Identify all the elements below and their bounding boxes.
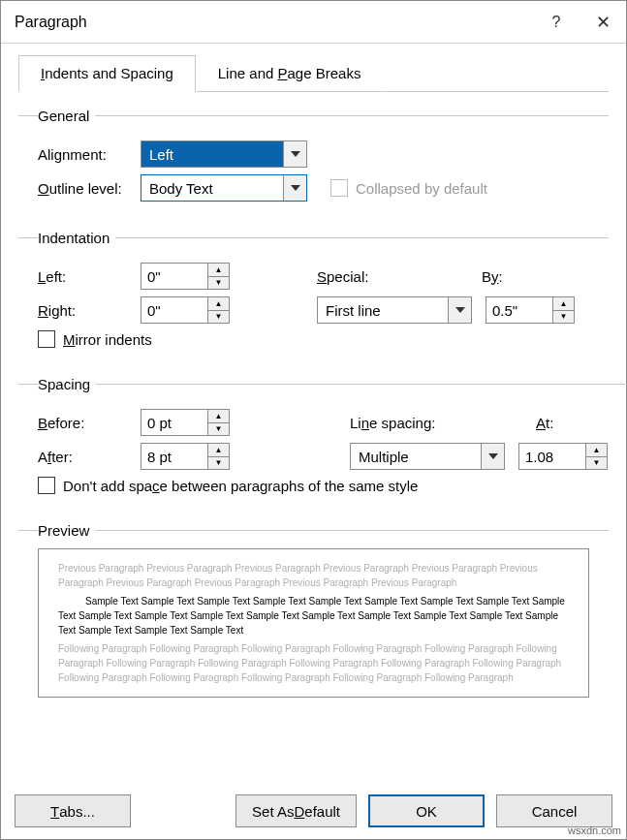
watermark: wsxdn.com — [568, 824, 621, 836]
after-up[interactable]: ▲ — [208, 444, 229, 457]
close-button[interactable]: ✕ — [580, 1, 626, 44]
special-dropdown-button[interactable] — [448, 297, 471, 323]
at-input[interactable]: ▲▼ — [518, 443, 608, 470]
alignment-select[interactable]: Left — [141, 140, 307, 168]
collapsed-label: Collapsed by default — [356, 180, 487, 197]
at-up[interactable]: ▲ — [586, 444, 607, 457]
at-field[interactable] — [519, 444, 585, 469]
dialog-footer: Tabs... Set As Default OK Cancel — [1, 783, 626, 839]
preview-legend: Preview — [38, 522, 95, 539]
special-label: Special: — [317, 268, 482, 285]
indent-right-up[interactable]: ▲ — [208, 297, 229, 311]
after-down[interactable]: ▼ — [208, 457, 229, 470]
indentation-group: Indentation Left: ▲▼ Special: By: Right:… — [18, 230, 609, 364]
before-up[interactable]: ▲ — [208, 410, 229, 423]
before-down[interactable]: ▼ — [208, 423, 229, 436]
set-as-default-button[interactable]: Set As Default — [235, 794, 357, 827]
mirror-indents-checkbox[interactable] — [38, 330, 55, 348]
special-select[interactable]: First line — [317, 296, 472, 324]
paragraph-dialog: Paragraph ? ✕ Indents and Spacing Line a… — [0, 0, 627, 840]
indent-left-field[interactable] — [141, 264, 207, 289]
indent-right-field[interactable] — [141, 297, 207, 323]
tabs-button[interactable]: Tabs... — [15, 794, 131, 827]
titlebar: Paragraph ? ✕ — [1, 1, 626, 44]
indent-left-label: Left: — [38, 268, 141, 285]
tab-indents-label: ndents and Spacing — [45, 65, 173, 81]
line-spacing-select[interactable]: Multiple — [350, 443, 505, 470]
spacing-legend: Spacing — [38, 376, 96, 392]
by-down[interactable]: ▼ — [553, 311, 574, 324]
by-up[interactable]: ▲ — [553, 297, 574, 311]
after-field[interactable] — [141, 444, 207, 469]
indent-left-down[interactable]: ▼ — [208, 277, 229, 290]
spacing-group: Spacing Before: ▲▼ Line spacing: At: Aft… — [18, 376, 627, 511]
alignment-dropdown-button[interactable] — [283, 141, 306, 167]
dont-add-space-checkbox[interactable] — [38, 477, 55, 494]
indent-right-down[interactable]: ▼ — [208, 311, 229, 324]
alignment-label: Alignment: — [38, 146, 141, 163]
at-label: At: — [536, 415, 553, 431]
ok-button[interactable]: OK — [368, 794, 485, 827]
outline-label: Outline level: — [38, 180, 141, 197]
dialog-title: Paragraph — [1, 14, 533, 31]
line-spacing-dropdown-button[interactable] — [481, 444, 504, 469]
collapsed-checkbox — [330, 179, 348, 197]
after-input[interactable]: ▲▼ — [141, 443, 230, 470]
help-button[interactable]: ? — [533, 1, 580, 44]
special-value: First line — [318, 297, 448, 323]
at-down[interactable]: ▼ — [586, 457, 607, 470]
tab-strip: Indents and Spacing Line and Page Breaks — [18, 55, 609, 92]
cancel-button[interactable]: Cancel — [496, 794, 612, 827]
general-legend: General — [38, 108, 95, 124]
line-spacing-value: Multiple — [351, 444, 481, 469]
preview-box: Previous Paragraph Previous Paragraph Pr… — [38, 548, 589, 698]
before-label: Before: — [38, 415, 141, 431]
outline-dropdown-button[interactable] — [283, 175, 306, 201]
after-label: After: — [38, 449, 141, 465]
before-input[interactable]: ▲▼ — [141, 409, 230, 436]
tab-underline-filler — [383, 55, 609, 92]
by-field[interactable] — [486, 297, 552, 323]
general-group: General Alignment: Left Outline level: B… — [18, 108, 609, 218]
by-label: By: — [482, 268, 503, 285]
mirror-indents-label: Mirror indents — [63, 331, 152, 348]
dont-add-space-label: Don't add space between paragraphs of th… — [63, 478, 418, 494]
dialog-body: Indents and Spacing Line and Page Breaks… — [1, 44, 626, 783]
tab-indents-spacing[interactable]: Indents and Spacing — [18, 55, 196, 92]
tab-line-page-breaks[interactable]: Line and Page Breaks — [196, 55, 384, 92]
indent-left-input[interactable]: ▲▼ — [141, 263, 230, 290]
by-input[interactable]: ▲▼ — [486, 296, 575, 324]
outline-value: Body Text — [141, 175, 283, 201]
alignment-value: Left — [141, 141, 283, 167]
indent-right-label: Right: — [38, 302, 141, 319]
preview-previous-text: Previous Paragraph Previous Paragraph Pr… — [58, 561, 569, 590]
indent-left-up[interactable]: ▲ — [208, 264, 229, 277]
before-field[interactable] — [141, 410, 207, 435]
preview-current-text: Sample Text Sample Text Sample Text Samp… — [58, 590, 569, 641]
preview-following-text: Following Paragraph Following Paragraph … — [58, 641, 569, 685]
outline-select[interactable]: Body Text — [141, 174, 307, 202]
preview-group: Preview Previous Paragraph Previous Para… — [18, 522, 609, 777]
indent-right-input[interactable]: ▲▼ — [141, 296, 230, 324]
indentation-legend: Indentation — [38, 230, 115, 246]
line-spacing-label: Line spacing: — [350, 415, 505, 431]
